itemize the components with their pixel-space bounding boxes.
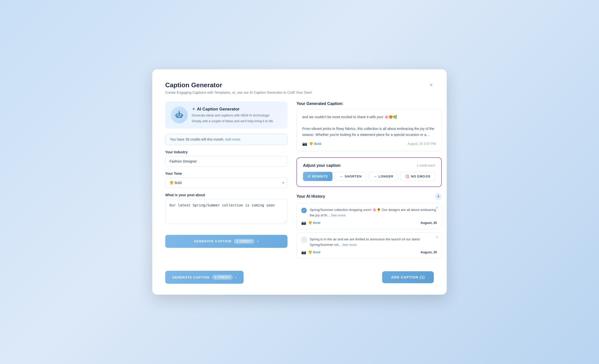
ai-banner-title: ✦ AI Caption Generator <box>192 106 274 112</box>
sparkle-icon: ✦ <box>192 106 195 112</box>
history-item-1-tone: 😤 Bold <box>308 221 320 225</box>
longer-button[interactable]: ↔ LONGER <box>369 172 398 181</box>
industry-group: Your Industry <box>165 150 288 167</box>
tone-label: Your Tone <box>165 172 288 176</box>
svg-rect-2 <box>177 114 178 115</box>
left-panel: ✦ AI Caption Generator Generate ideas an… <box>165 101 288 262</box>
modal-footer: GENERATE CAPTION 1 CREDIT › ADD CAPTION … <box>165 271 434 284</box>
industry-input[interactable] <box>165 156 288 167</box>
generated-caption-box: and we couldn't be more excited to share… <box>297 109 442 151</box>
history-item-1-close[interactable]: ✕ <box>436 206 439 210</box>
history-item-1-see-more[interactable]: See more <box>331 213 346 217</box>
resize-icon: ⤡ <box>284 220 286 223</box>
caption-meta: 📷 😤 Bold August, 25 3:07 PM <box>302 141 436 146</box>
history-header: Your AI History 3 <box>297 193 442 200</box>
ai-history-section: Your AI History 3 ✕ ✓ Spring/Summer coll… <box>297 193 442 262</box>
history-item-1-meta-left: 📷 😤 Bold <box>301 220 320 225</box>
no-emojis-button[interactable]: 🚫 NO EMOJIS <box>401 172 435 181</box>
history-item-2-insta-icon: 📷 <box>301 250 306 255</box>
generate-footer-credit: 1 CREDIT <box>212 275 233 280</box>
credit-badge: 1 CREDIT <box>234 239 255 244</box>
rewrite-icon: ↺ <box>307 175 310 178</box>
tone-select-wrapper: 😤 Bold 😊 Friendly 🎯 Professional 😂 Funny… <box>165 178 288 188</box>
generate-caption-footer-button[interactable]: GENERATE CAPTION 1 CREDIT › <box>165 271 244 284</box>
ai-banner-desc-line2: Simply add a couple of ideas and we'll h… <box>192 119 274 124</box>
adjust-credit-label: 1 credit each <box>417 164 435 167</box>
shorten-button[interactable]: ↔ SHORTEN <box>335 172 366 181</box>
textarea-wrapper: Our latest Spring/Summer collection is c… <box>165 199 288 225</box>
history-item-2-text: Spring is in the air and we are thrilled… <box>310 237 437 247</box>
post-about-textarea[interactable]: Our latest Spring/Summer collection is c… <box>165 199 288 224</box>
instagram-icon: 📷 <box>302 141 307 146</box>
svg-rect-7 <box>175 114 176 116</box>
caption-timestamp: August, 25 3:07 PM <box>408 142 436 146</box>
adjust-buttons: ↺ REWRITE ↔ SHORTEN ↔ LONGER 🚫 NO EMOJIS <box>303 172 435 181</box>
modal-title-block: Caption Generator Create Engaging Captio… <box>165 81 312 94</box>
arrow-icon: › <box>257 239 259 244</box>
modal-subtitle: Create Engaging Captions with Templates,… <box>165 91 312 94</box>
history-item-2-close[interactable]: ✕ <box>436 235 439 239</box>
credits-box: You have 39 credits left this month. Add… <box>165 134 288 145</box>
tone-indicator: 😤 Bold <box>309 142 321 146</box>
no-emojis-icon: 🚫 <box>405 175 410 178</box>
history-item-1-meta: 📷 😤 Bold August, 25 <box>301 220 437 225</box>
history-item-2: ✕ + Spring is in the air and we are thri… <box>297 232 442 259</box>
right-panel: Your Generated Caption: and we couldn't … <box>297 101 442 262</box>
modal-title: Caption Generator <box>165 81 312 89</box>
svg-rect-3 <box>180 114 181 115</box>
history-count: 3 <box>435 193 442 200</box>
history-item-1-date: August, 25 <box>420 221 437 225</box>
history-item-2-meta: 📷 😤 Bold August, 25 <box>301 250 437 255</box>
history-item-1-insta-icon: 📷 <box>301 220 306 225</box>
svg-rect-1 <box>176 113 182 118</box>
adjust-caption-box: Adjust your caption 1 credit each ↺ REWR… <box>297 157 442 187</box>
longer-icon: ↔ <box>374 175 377 178</box>
generated-caption-title: Your Generated Caption: <box>297 101 442 106</box>
history-title: Your AI History <box>297 194 325 199</box>
caption-generator-modal: Caption Generator Create Engaging Captio… <box>152 69 447 295</box>
generated-caption-section: Your Generated Caption: and we couldn't … <box>297 101 442 151</box>
generate-label: GENERATE CAPTION <box>194 239 231 243</box>
history-item-2-check[interactable]: + <box>301 237 307 243</box>
add-more-link[interactable]: Add more. <box>225 137 241 141</box>
caption-meta-left: 📷 😤 Bold <box>302 141 321 146</box>
svg-point-6 <box>178 111 180 112</box>
generate-caption-button[interactable]: GENERATE CAPTION 1 CREDIT › <box>165 235 288 248</box>
svg-rect-8 <box>182 114 183 116</box>
shorten-icon: ↔ <box>340 175 343 178</box>
history-item-2-date: August, 25 <box>420 250 437 254</box>
history-item-1-text: Spring/Summer collection dropping soon! … <box>310 207 437 218</box>
post-about-group: What is your post about Our latest Sprin… <box>165 193 288 225</box>
history-item-1: ✕ ✓ Spring/Summer collection dropping so… <box>297 203 442 229</box>
post-about-label: What is your post about <box>165 193 288 197</box>
history-item-1-check[interactable]: ✓ <box>301 208 307 213</box>
ai-banner-desc-line1: Generate ideas and captions with NEW AI … <box>192 113 274 118</box>
ai-banner-text: ✦ AI Caption Generator Generate ideas an… <box>192 106 274 124</box>
svg-rect-4 <box>178 116 180 117</box>
tone-group: Your Tone 😤 Bold 😊 Friendly 🎯 Profession… <box>165 172 288 188</box>
history-item-2-see-more[interactable]: See more <box>342 243 357 247</box>
adjust-header: Adjust your caption 1 credit each <box>303 163 435 168</box>
modal-body: ✦ AI Caption Generator Generate ideas an… <box>165 101 434 262</box>
rewrite-button[interactable]: ↺ REWRITE <box>303 172 332 181</box>
close-button[interactable]: × <box>429 81 434 89</box>
history-item-2-meta-left: 📷 😤 Bold <box>301 250 320 255</box>
ai-banner: ✦ AI Caption Generator Generate ideas an… <box>165 101 288 129</box>
history-item-2-inner: + Spring is in the air and we are thrill… <box>301 237 437 247</box>
modal-header: Caption Generator Create Engaging Captio… <box>165 81 434 94</box>
history-item-2-tone: 😤 Bold <box>308 250 320 254</box>
add-caption-button[interactable]: ADD CAPTION (1) <box>382 271 434 283</box>
generate-footer-arrow: › <box>235 275 237 279</box>
history-item-1-inner: ✓ Spring/Summer collection dropping soon… <box>301 207 437 218</box>
caption-text: and we couldn't be more excited to share… <box>302 114 436 138</box>
generate-footer-label: GENERATE CAPTION <box>172 275 210 279</box>
tone-select[interactable]: 😤 Bold 😊 Friendly 🎯 Professional 😂 Funny <box>165 178 288 188</box>
ai-avatar <box>171 106 188 123</box>
adjust-title: Adjust your caption <box>303 163 340 168</box>
industry-label: Your Industry <box>165 150 288 154</box>
